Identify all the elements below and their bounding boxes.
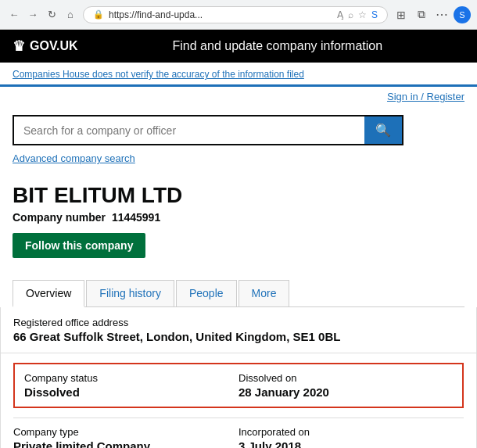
incorporated-value: 3 July 2018	[238, 439, 464, 448]
search-section: 🔍 Advanced company search	[0, 106, 477, 174]
tab-more[interactable]: More	[238, 280, 290, 306]
tabs-section: Overview Filing history People More	[0, 280, 477, 307]
dissolved-col: Dissolved on 28 January 2020	[238, 372, 453, 399]
crown-icon: ♛	[13, 38, 25, 55]
gov-logo-text: GOV.UK	[30, 39, 78, 53]
lock-icon: 🔒	[93, 9, 104, 20]
warning-bar: Companies House does not verify the accu…	[0, 63, 477, 87]
warning-link[interactable]: Companies House does not verify the accu…	[13, 69, 304, 80]
search-btn-icon: 🔍	[375, 124, 391, 137]
company-number-row: Company number 11445991	[13, 211, 464, 224]
gov-site-title: Find and update company information	[91, 39, 464, 53]
tab-people[interactable]: People	[176, 280, 237, 306]
status-value: Dissolved	[24, 385, 238, 399]
registered-office-label: Registered office address	[13, 317, 464, 328]
company-type-label: Company type	[13, 426, 238, 438]
search-icon-browser: ⌕	[348, 9, 353, 20]
browser-chrome: ← → ↻ ⌂ 🔒 https://find-and-upda... A̧ ⌕ …	[0, 0, 477, 30]
incorporated-col: Incorporated on 3 July 2018	[238, 426, 464, 448]
follow-company-button[interactable]: Follow this company	[13, 233, 145, 258]
refresh-button[interactable]: ↻	[44, 7, 59, 23]
company-type-value: Private limited Company	[13, 439, 238, 448]
company-type-col: Company type Private limited Company	[13, 426, 238, 448]
browser-actions: ⊞ ⧉ ⋯ S	[393, 6, 471, 23]
tab-filing-history[interactable]: Filing history	[86, 280, 174, 306]
tab-overview[interactable]: Overview	[13, 280, 84, 307]
dissolved-label: Dissolved on	[238, 372, 453, 384]
status-label: Company status	[24, 372, 238, 384]
company-section: BIT ELITUM LTD Company number 11445991 F…	[0, 174, 477, 271]
registered-office-value: 66 Great Suffolk Street, London, United …	[13, 330, 464, 343]
signin-bar: Sign in / Register	[0, 87, 477, 106]
search-input[interactable]	[14, 116, 364, 144]
nav-buttons: ← → ↻ ⌂	[6, 7, 78, 23]
forward-button[interactable]: →	[25, 7, 41, 23]
menu-button[interactable]: ⋯	[433, 6, 450, 23]
company-name: BIT ELITUM LTD	[13, 183, 464, 208]
company-type-row: Company type Private limited Company Inc…	[13, 418, 464, 448]
address-bar[interactable]: 🔒 https://find-and-upda... A̧ ⌕ ☆ S	[83, 6, 388, 23]
tabs-bar: Overview Filing history People More	[13, 280, 464, 307]
status-col: Company status Dissolved	[24, 372, 238, 399]
home-button[interactable]: ⌂	[63, 7, 78, 23]
gov-logo: ♛ GOV.UK	[13, 38, 78, 55]
advanced-search-link[interactable]: Advanced company search	[13, 152, 135, 164]
search-form: 🔍	[13, 115, 403, 145]
signin-link[interactable]: Sign in / Register	[387, 91, 464, 102]
search-button[interactable]: 🔍	[364, 116, 402, 144]
overview-content: Registered office address 66 Great Suffo…	[0, 307, 477, 448]
url-text: https://find-and-upda...	[109, 9, 332, 20]
incorporated-label: Incorporated on	[238, 426, 464, 438]
extensions-button[interactable]: ⊞	[393, 6, 410, 23]
translate-icon: A̧	[337, 9, 343, 20]
extension-icon: S	[371, 9, 378, 20]
back-button[interactable]: ←	[6, 7, 22, 23]
profile-button[interactable]: S	[454, 6, 471, 23]
star-icon: ☆	[358, 9, 367, 20]
gov-header: ♛ GOV.UK Find and update company informa…	[0, 30, 477, 63]
company-number-value: 11445991	[112, 211, 160, 224]
dissolved-value: 28 January 2020	[238, 385, 453, 399]
registered-office-row: Registered office address 66 Great Suffo…	[1, 307, 476, 353]
advanced-search-section: Advanced company search	[13, 152, 464, 164]
split-view-button[interactable]: ⧉	[413, 6, 430, 23]
company-number-label: Company number	[13, 211, 106, 224]
status-row-highlighted: Company status Dissolved Dissolved on 28…	[13, 363, 464, 408]
